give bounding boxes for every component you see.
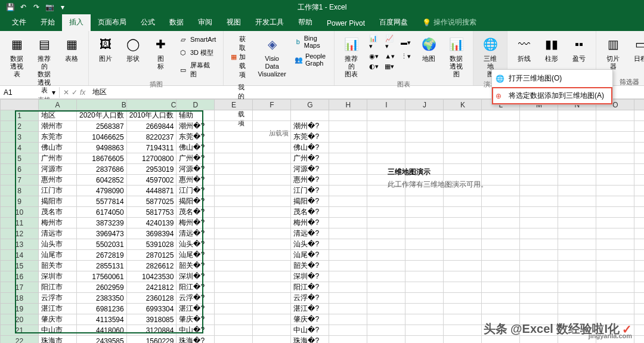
slicer-button[interactable]: ▥切片器 bbox=[601, 33, 625, 72]
row-header-2[interactable]: 2 bbox=[1, 121, 39, 132]
tab-baidu[interactable]: 百度网盘 bbox=[372, 14, 415, 31]
col-header-K[interactable]: K bbox=[444, 100, 482, 110]
row-header-19[interactable]: 19 bbox=[1, 304, 39, 314]
store-icon: ▦ bbox=[231, 52, 237, 62]
row-header-4[interactable]: 4 bbox=[1, 143, 39, 153]
chart-type-5[interactable]: ▲▾ bbox=[382, 51, 397, 61]
add-data-3dmap-item[interactable]: ⊕ 将选定数据添加到三维地图(A) bbox=[492, 87, 612, 104]
3dmodel-button[interactable]: ⬡3D 模型 bbox=[176, 47, 218, 58]
row-header-10[interactable]: 10 bbox=[1, 207, 39, 218]
row-header-7[interactable]: 7 bbox=[1, 175, 39, 186]
worksheet-grid[interactable]: ABCDEFGHIJKLMNOP1地区2020年人口数2010年人口数辅助2潮州… bbox=[0, 99, 644, 343]
bingmaps-button[interactable]: bBing Maps bbox=[292, 33, 329, 50]
row-header-6[interactable]: 6 bbox=[1, 164, 39, 175]
chart-icon: 📊 bbox=[342, 35, 361, 54]
col-header-A[interactable]: A bbox=[39, 100, 77, 110]
chart-type-3[interactable]: ▬▾ bbox=[398, 33, 413, 51]
col-header-H[interactable]: H bbox=[329, 100, 367, 110]
sparkcol-button[interactable]: ▮▮柱形 bbox=[540, 33, 564, 64]
3dmap-dropdown: 🌐 打开三维地图(O) ⊕ 将选定数据添加到三维地图(A) bbox=[491, 69, 613, 105]
select-all-corner[interactable] bbox=[1, 100, 39, 110]
recommended-pivot-button[interactable]: ▤推荐的 数据透视表 bbox=[32, 33, 56, 95]
chart-type-8[interactable]: ▦▾ bbox=[382, 61, 397, 72]
shapes-button[interactable]: ◯形状 bbox=[121, 33, 145, 64]
row-header-14[interactable]: 14 bbox=[1, 250, 39, 261]
row-header-22[interactable]: 22 bbox=[1, 336, 39, 344]
chart-type-2[interactable]: 📈▾ bbox=[383, 33, 397, 51]
save-icon[interactable]: 💾 bbox=[5, 2, 16, 13]
icons-button[interactable]: ✚图 标 bbox=[148, 33, 172, 72]
row-header-3[interactable]: 3 bbox=[1, 132, 39, 143]
redo-icon[interactable]: ↷ bbox=[31, 2, 42, 13]
shapes-icon: ◯ bbox=[123, 35, 143, 54]
sparkline-line-button[interactable]: 〰折线 bbox=[512, 33, 536, 64]
row-header-5[interactable]: 5 bbox=[1, 153, 39, 164]
row-header-16[interactable]: 16 bbox=[1, 271, 39, 282]
tab-help[interactable]: 帮助 bbox=[291, 14, 320, 31]
row-header-1[interactable]: 1 bbox=[1, 110, 39, 121]
winloss-icon: ▪▪ bbox=[569, 35, 589, 54]
tab-pagelayout[interactable]: 页面布局 bbox=[91, 14, 134, 31]
visio-button[interactable]: ◈Visio Data Visualizer bbox=[255, 33, 289, 80]
col-header-D[interactable]: D bbox=[177, 100, 215, 110]
chart-type-4[interactable]: ◉▾ bbox=[367, 51, 381, 61]
row-header-8[interactable]: 8 bbox=[1, 186, 39, 196]
row-header-20[interactable]: 20 bbox=[1, 314, 39, 325]
tab-insert[interactable]: 插入 bbox=[62, 14, 91, 31]
col-header-J[interactable]: J bbox=[405, 100, 444, 110]
3dmap-tooltip: 三维地图演示 此工作簿有三维地图演示可用。 bbox=[388, 167, 488, 190]
recommended-charts-button[interactable]: 📊推荐的 图表 bbox=[339, 33, 363, 80]
camera-icon[interactable]: 📷 bbox=[44, 2, 55, 13]
tab-file[interactable]: 文件 bbox=[5, 14, 33, 31]
pivotchart-button[interactable]: 📊数据透视图 bbox=[444, 33, 468, 80]
col-header-P[interactable]: P bbox=[634, 100, 644, 110]
screenshot-button[interactable]: ▭屏幕截图 bbox=[176, 60, 218, 80]
globe-small-icon: 🌐 bbox=[496, 75, 505, 83]
col-header-E[interactable]: E bbox=[215, 100, 253, 110]
winloss-button[interactable]: ▪▪盈亏 bbox=[567, 33, 591, 64]
qat-dropdown-icon[interactable]: ▾ bbox=[57, 2, 68, 13]
peoplegraph-button[interactable]: 👥People Graph bbox=[292, 51, 329, 68]
get-addins-button[interactable]: ▦获取加载项 bbox=[228, 33, 252, 81]
col-header-C[interactable]: C bbox=[126, 100, 177, 110]
col-header-I[interactable]: I bbox=[367, 100, 405, 110]
pivot-table-button[interactable]: ▦数据 透视表 bbox=[5, 33, 29, 80]
row-header-12[interactable]: 12 bbox=[1, 228, 39, 239]
table-button[interactable]: ▦表格 bbox=[60, 33, 83, 64]
watermark: 头条 @Excel 数经验啦I化✓ jingyanla.com bbox=[484, 321, 632, 337]
undo-icon[interactable]: ↶ bbox=[18, 2, 29, 13]
people-icon: 👥 bbox=[295, 55, 303, 64]
row-header-15[interactable]: 15 bbox=[1, 261, 39, 271]
col-header-F[interactable]: F bbox=[253, 100, 291, 110]
row-header-18[interactable]: 18 bbox=[1, 293, 39, 304]
ribbon-tabs: 文件 开始 插入 页面布局 公式 数据 审阅 视图 开发工具 帮助 Power … bbox=[0, 14, 644, 31]
open-3dmap-item[interactable]: 🌐 打开三维地图(O) bbox=[492, 70, 612, 87]
tab-powerpivot[interactable]: Power Pivot bbox=[320, 16, 372, 31]
map-button[interactable]: 🌍地图 bbox=[417, 33, 441, 64]
row-header-21[interactable]: 21 bbox=[1, 325, 39, 336]
sparkcol-icon: ▮▮ bbox=[542, 35, 561, 54]
tab-view[interactable]: 视图 bbox=[219, 14, 248, 31]
group-charts: 📊推荐的 图表 📊▾📈▾▬▾ ◉▾▲▾⋮▾ ◐▾▦▾ 🌍地图 📊数据透视图 图表 bbox=[335, 31, 473, 85]
row-header-11[interactable]: 11 bbox=[1, 218, 39, 228]
tab-data[interactable]: 数据 bbox=[162, 14, 191, 31]
smartart-icon: ▱ bbox=[178, 35, 188, 44]
pivotchart-icon: 📊 bbox=[447, 35, 466, 54]
row-header-17[interactable]: 17 bbox=[1, 282, 39, 293]
chart-type-7[interactable]: ◐▾ bbox=[367, 61, 381, 72]
col-header-B[interactable]: B bbox=[77, 100, 127, 110]
row-header-9[interactable]: 9 bbox=[1, 196, 39, 207]
row-header-13[interactable]: 13 bbox=[1, 239, 39, 250]
timeline-button[interactable]: ▭日程 bbox=[628, 33, 644, 64]
tab-formulas[interactable]: 公式 bbox=[134, 14, 162, 31]
chart-type-1[interactable]: 📊▾ bbox=[367, 33, 381, 51]
smartart-button[interactable]: ▱SmartArt bbox=[176, 33, 218, 45]
window-title: 工作簿1 - Excel bbox=[298, 2, 347, 13]
chart-type-6[interactable]: ⋮▾ bbox=[398, 51, 413, 61]
col-header-G[interactable]: G bbox=[291, 100, 329, 110]
tell-me-search[interactable]: 💡 操作说明搜索 bbox=[415, 14, 484, 31]
tab-review[interactable]: 审阅 bbox=[191, 14, 219, 31]
tab-developer[interactable]: 开发工具 bbox=[248, 14, 291, 31]
tab-home[interactable]: 开始 bbox=[33, 14, 62, 31]
picture-button[interactable]: 🖼图片 bbox=[94, 33, 117, 64]
